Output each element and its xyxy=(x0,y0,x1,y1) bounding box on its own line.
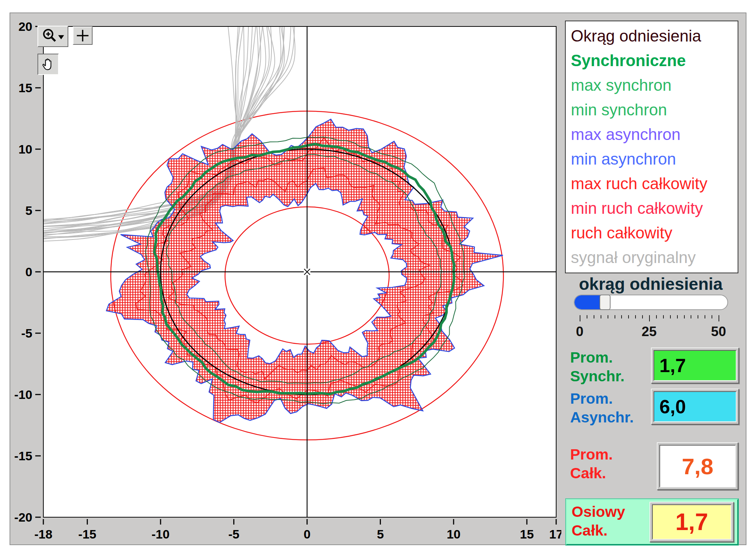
osiowy-calk-label: Osiowy Całk. xyxy=(572,503,625,540)
legend-item[interactable]: max synchron xyxy=(571,73,738,97)
scale-tick xyxy=(677,315,678,318)
prom-synchr-label: Prom. Synchr. xyxy=(570,348,624,386)
osiowy-calk-indicator: 1,7 xyxy=(649,502,734,542)
slider-scale-labels: 02550 xyxy=(580,324,719,340)
prom-asynchr-label: Prom. Asynchr. xyxy=(570,389,634,427)
prom-calk-value: 7,8 xyxy=(659,445,736,487)
reference-circle-slider-label: okrąg odniesienia xyxy=(579,274,723,294)
axis-tick-label: 17 xyxy=(549,527,561,541)
prom-synchr-value: 1,7 xyxy=(654,350,737,381)
orbit-plot[interactable]: 20151050-5-10-15-20-18-15-10-505101517 xyxy=(3,13,561,546)
scale-tick xyxy=(601,315,601,318)
scale-tick xyxy=(594,315,594,318)
axis-tick-label: -5 xyxy=(21,326,32,340)
label-line: Całk. xyxy=(570,464,613,483)
scale-label: 25 xyxy=(641,324,656,339)
label-line: Synchr. xyxy=(570,367,624,386)
crosshair-tool-button[interactable] xyxy=(73,26,93,45)
legend-item[interactable]: max ruch całkowity xyxy=(571,171,738,196)
scale-tick xyxy=(580,315,580,321)
label-line: Prom. xyxy=(570,445,613,464)
legend-item[interactable]: min synchron xyxy=(571,97,738,122)
legend-item[interactable]: min ruch całkowity xyxy=(571,196,738,220)
scale-tick xyxy=(587,315,587,318)
prom-synchr-indicator: 1,7 xyxy=(651,347,739,383)
axis-tick-label: 0 xyxy=(303,527,310,541)
axis-tick-label: 5 xyxy=(377,527,384,541)
axis-tick-label: -15 xyxy=(78,527,96,541)
magnifier-icon xyxy=(40,28,65,45)
prom-asynchr-indicator: 6,0 xyxy=(651,389,739,425)
label-line: Prom. xyxy=(570,389,634,408)
slider-knob[interactable] xyxy=(600,295,611,310)
scale-tick xyxy=(670,315,671,318)
prom-calk-indicator: 7,8 xyxy=(657,442,738,490)
axis-tick-label: 5 xyxy=(25,204,32,217)
axis-tick-label: 20 xyxy=(18,19,32,33)
label-line: Prom. xyxy=(570,348,624,367)
zoom-tool-button[interactable] xyxy=(37,26,68,47)
legend-item[interactable]: Synchroniczne xyxy=(571,48,738,73)
hand-icon xyxy=(40,56,57,73)
scale-tick xyxy=(663,315,664,318)
legend-item[interactable]: sygnał oryginalny xyxy=(571,245,738,270)
axis-tick-label: 10 xyxy=(447,527,461,541)
scale-tick xyxy=(608,315,608,318)
scale-tick xyxy=(691,315,691,318)
scale-tick xyxy=(615,315,615,318)
scale-label: 0 xyxy=(576,324,584,339)
label-line: Osiowy xyxy=(572,503,625,521)
legend-item[interactable]: max asynchron xyxy=(571,122,738,147)
scale-tick xyxy=(642,315,643,318)
slider-scale xyxy=(580,315,719,323)
legend-item[interactable]: Okrąg odniesienia xyxy=(571,24,738,48)
label-line: Całk. xyxy=(572,521,625,540)
scale-tick xyxy=(719,315,719,321)
scale-tick xyxy=(684,315,685,318)
scale-tick xyxy=(621,315,622,318)
axis-tick-label: 10 xyxy=(18,142,32,156)
scale-tick xyxy=(649,315,650,321)
application-window: { "toolbar": { "buttons": [ {"name": "zo… xyxy=(0,0,756,551)
scale-tick xyxy=(712,315,712,318)
pan-tool-button[interactable] xyxy=(37,54,59,75)
scale-tick xyxy=(656,315,657,318)
axis-tick-label: -15 xyxy=(14,449,32,463)
axis-tick-label: -20 xyxy=(14,510,32,524)
axis-tick-label: -18 xyxy=(34,527,52,541)
prom-calk-label: Prom. Całk. xyxy=(570,445,613,483)
scale-tick xyxy=(698,315,698,318)
reference-circle-slider[interactable] xyxy=(574,295,728,310)
axis-tick-label: -10 xyxy=(14,388,32,401)
osiowy-calk-value: 1,7 xyxy=(652,504,731,540)
axis-tick-label: 15 xyxy=(520,527,534,541)
axis-tick-label: 15 xyxy=(18,81,32,95)
scale-tick xyxy=(705,315,705,318)
scale-tick xyxy=(628,315,629,318)
label-line: Asynchr. xyxy=(570,408,634,427)
legend-item[interactable]: ruch całkowity xyxy=(571,220,738,245)
axis-tick-label: -10 xyxy=(152,527,170,541)
axis-tick-label: -5 xyxy=(228,527,239,541)
legend-panel: Okrąg odniesieniaSynchronicznemax synchr… xyxy=(565,21,738,273)
scale-tick xyxy=(635,315,636,318)
axis-tick-label: 0 xyxy=(25,265,32,279)
prom-asynchr-value: 6,0 xyxy=(654,391,737,422)
legend-item[interactable]: min asynchron xyxy=(571,147,738,171)
plus-icon xyxy=(75,29,90,43)
scale-label: 50 xyxy=(711,324,726,339)
